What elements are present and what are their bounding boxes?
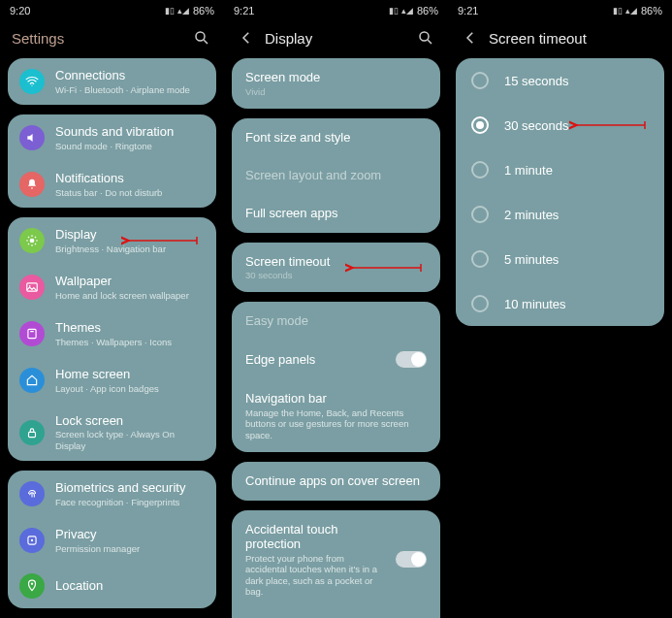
display-row-continue-apps-on-cover-screen[interactable]: Continue apps on cover screen xyxy=(232,462,440,501)
radio-label: 15 seconds xyxy=(504,74,569,88)
row-text: Accidental touch protectionProtect your … xyxy=(245,522,385,598)
svg-line-9 xyxy=(28,244,29,244)
row-subtitle: Permission manager xyxy=(55,543,205,554)
bell-icon xyxy=(19,172,45,197)
settings-row-privacy[interactable]: PrivacyPermission manager xyxy=(8,517,216,564)
settings-list[interactable]: ConnectionsWi-Fi · Bluetooth · Airplane … xyxy=(0,58,224,618)
display-row-screen-layout-and-zoom[interactable]: Screen layout and zoom xyxy=(232,156,440,194)
display-row-easy-mode[interactable]: Easy mode xyxy=(232,302,440,340)
settings-row-lock-screen[interactable]: Lock screenScreen lock type · Always On … xyxy=(8,404,216,461)
timeout-option-1-minute[interactable]: 1 minute xyxy=(456,147,664,192)
svg-line-1 xyxy=(204,40,208,44)
toggle-switch[interactable] xyxy=(396,551,427,568)
display-group: Continue apps on cover screen xyxy=(232,462,440,501)
status-time: 9:20 xyxy=(10,5,30,16)
timeout-option-15-seconds[interactable]: 15 seconds xyxy=(456,58,664,103)
row-subtitle: Face recognition · Fingerprints xyxy=(55,497,205,507)
row-title: Accidental touch protection xyxy=(245,522,385,552)
display-row-font-size-and-style[interactable]: Font size and style xyxy=(232,118,440,157)
radio-button[interactable] xyxy=(471,161,489,179)
highlight-arrow-icon xyxy=(569,116,647,134)
radio-button[interactable] xyxy=(471,72,489,89)
timeout-option-10-minutes[interactable]: 10 minutes xyxy=(456,281,664,326)
display-row-navigation-bar[interactable]: Navigation barManage the Home, Back, and… xyxy=(232,379,440,452)
row-text: PrivacyPermission manager xyxy=(55,527,205,554)
status-time: 9:21 xyxy=(458,5,478,16)
search-button[interactable] xyxy=(191,27,212,49)
row-title: Location xyxy=(55,578,205,594)
settings-group: DisplayBrightness · Navigation barWallpa… xyxy=(8,217,216,461)
radio-button[interactable] xyxy=(471,250,489,268)
settings-row-notifications[interactable]: NotificationsStatus bar · Do not disturb xyxy=(8,161,216,208)
status-bar: 9:21 ▮▯ ▴◢ 86% xyxy=(448,0,672,19)
page-title: Settings xyxy=(12,30,191,47)
theme-icon xyxy=(19,321,45,346)
display-group: Screen timeout30 seconds xyxy=(232,243,440,293)
row-title: Display xyxy=(55,227,205,243)
row-title: Connections xyxy=(55,68,205,83)
settings-row-connections[interactable]: ConnectionsWi-Fi · Bluetooth · Airplane … xyxy=(8,58,216,105)
row-text: Location xyxy=(55,578,205,594)
battery-text: 86% xyxy=(417,5,438,16)
row-title: Screen mode xyxy=(245,70,427,85)
settings-row-home-screen[interactable]: Home screenLayout · App icon badges xyxy=(8,357,216,404)
row-title: Biometrics and security xyxy=(55,480,205,496)
status-bar: 9:20 ▮▯ ▴◢ 86% xyxy=(0,0,224,19)
row-title: Lock screen xyxy=(55,413,205,429)
settings-row-sounds-and-vibration[interactable]: Sounds and vibrationSound mode · Rington… xyxy=(8,114,216,161)
settings-row-display[interactable]: DisplayBrightness · Navigation bar xyxy=(8,217,216,264)
svg-point-0 xyxy=(196,32,205,41)
row-title: Sounds and vibration xyxy=(55,124,205,140)
row-text: Screen modeVivid xyxy=(245,70,427,97)
row-subtitle: Manage the Home, Back, and Recents butto… xyxy=(245,407,427,440)
row-subtitle: Home and lock screen wallpaper xyxy=(55,290,205,301)
timeout-screen: 9:21 ▮▯ ▴◢ 86% Screen timeout 15 seconds… xyxy=(448,0,672,618)
display-row-touch-sensitivity[interactable]: Touch sensitivity xyxy=(232,608,440,618)
back-button[interactable] xyxy=(236,27,257,49)
settings-row-location[interactable]: Location xyxy=(8,564,216,608)
status-bar: 9:21 ▮▯ ▴◢ 86% xyxy=(224,0,448,19)
row-text: Screen timeout30 seconds xyxy=(245,254,427,281)
row-title: Screen layout and zoom xyxy=(245,168,427,182)
row-text: Biometrics and securityFace recognition … xyxy=(55,480,205,507)
lock-icon xyxy=(19,420,45,445)
timeout-option-2-minutes[interactable]: 2 minutes xyxy=(456,192,664,237)
svg-rect-15 xyxy=(28,329,36,338)
settings-row-themes[interactable]: ThemesThemes · Wallpapers · Icons xyxy=(8,310,216,357)
svg-point-20 xyxy=(31,583,33,585)
radio-button[interactable] xyxy=(471,116,489,134)
timeout-option-30-seconds[interactable]: 30 seconds xyxy=(456,103,664,147)
radio-button[interactable] xyxy=(471,206,489,223)
radio-button[interactable] xyxy=(471,295,489,312)
display-list[interactable]: Screen modeVividFont size and styleScree… xyxy=(224,58,448,618)
radio-label: 2 minutes xyxy=(504,208,559,222)
settings-row-wallpaper[interactable]: WallpaperHome and lock screen wallpaper xyxy=(8,264,216,310)
timeout-list[interactable]: 15 seconds30 seconds1 minute2 minutes5 m… xyxy=(448,58,672,618)
back-button[interactable] xyxy=(460,27,481,49)
image-icon xyxy=(19,275,45,300)
signal-icon: ▮▯ ▴◢ xyxy=(389,6,413,16)
row-title: Wallpaper xyxy=(55,274,205,289)
settings-group: ConnectionsWi-Fi · Bluetooth · Airplane … xyxy=(8,58,216,105)
row-title: Font size and style xyxy=(245,130,427,146)
timeout-options: 15 seconds30 seconds1 minute2 minutes5 m… xyxy=(456,58,664,326)
display-row-edge-panels[interactable]: Edge panels xyxy=(232,340,440,379)
row-title: Edge panels xyxy=(245,352,385,368)
display-row-screen-timeout[interactable]: Screen timeout30 seconds xyxy=(232,243,440,293)
row-subtitle: Status bar · Do not disturb xyxy=(55,187,205,198)
signal-icon: ▮▯ ▴◢ xyxy=(613,6,637,16)
svg-line-10 xyxy=(35,237,36,238)
row-text: Screen layout and zoom xyxy=(245,168,427,182)
display-group: Easy modeEdge panelsNavigation barManage… xyxy=(232,302,440,452)
finger-icon xyxy=(19,481,45,506)
display-row-full-screen-apps[interactable]: Full screen apps xyxy=(232,194,440,233)
timeout-option-5-minutes[interactable]: 5 minutes xyxy=(456,237,664,281)
toggle-switch[interactable] xyxy=(396,351,427,368)
signal-icon: ▮▯ ▴◢ xyxy=(165,6,189,16)
display-row-screen-mode[interactable]: Screen modeVivid xyxy=(232,58,440,109)
search-button[interactable] xyxy=(415,27,436,49)
row-title: Privacy xyxy=(55,527,205,542)
radio-label: 30 seconds xyxy=(504,118,569,133)
settings-row-biometrics-and-security[interactable]: Biometrics and securityFace recognition … xyxy=(8,471,216,517)
display-row-accidental-touch-protection[interactable]: Accidental touch protectionProtect your … xyxy=(232,510,440,609)
